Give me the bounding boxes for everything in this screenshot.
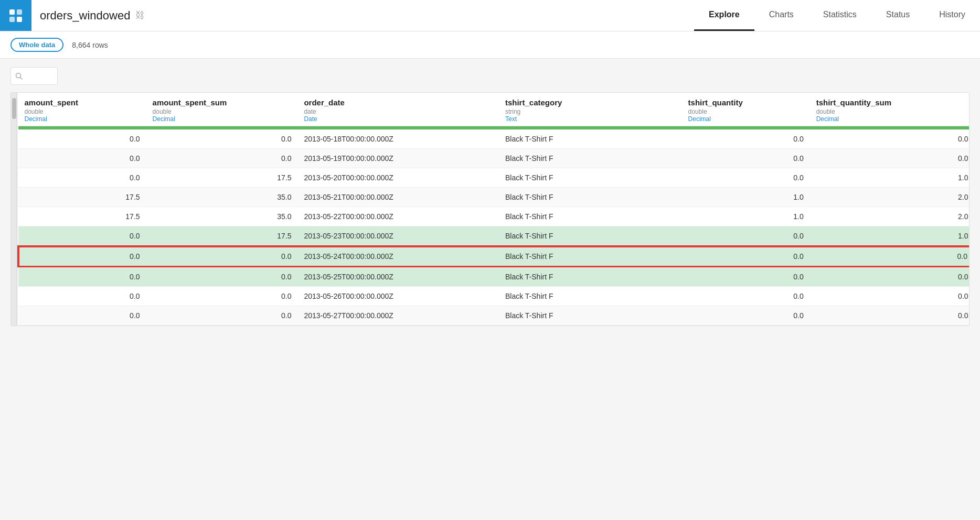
- table-cell: 0.0: [810, 287, 970, 306]
- table-cell: 0.0: [810, 267, 970, 287]
- table-cell: 2013-05-22T00:00:00.000Z: [297, 207, 499, 226]
- app-header: orders_windowed ⛓ Explore Charts Statist…: [0, 0, 980, 31]
- table-cell: Black T-Shirt F: [499, 168, 682, 188]
- table-cell: Black T-Shirt F: [499, 207, 682, 226]
- table-cell: 17.5: [18, 207, 146, 226]
- table-row[interactable]: 0.00.02013-05-19T00:00:00.000ZBlack T-Sh…: [18, 149, 970, 168]
- col-semantic-tshirt-quantity[interactable]: Decimal: [688, 115, 804, 123]
- table-cell: 0.0: [18, 306, 146, 326]
- col-name-tshirt-category: tshirt_category: [505, 98, 676, 107]
- table-cell: 2013-05-21T00:00:00.000Z: [297, 188, 499, 207]
- table-cell: 17.5: [146, 226, 298, 246]
- col-type-tshirt-quantity-sum: double: [816, 108, 968, 115]
- table-cell: Black T-Shirt F: [499, 246, 682, 267]
- app-logo: [0, 0, 31, 31]
- table-cell: 0.0: [810, 246, 970, 267]
- link-icon: ⛓: [135, 10, 145, 21]
- whole-data-button[interactable]: Whole data: [10, 38, 63, 52]
- table-row[interactable]: 17.535.02013-05-22T00:00:00.000ZBlack T-…: [18, 207, 970, 226]
- table-cell: 1.0: [682, 188, 810, 207]
- table-cell: 1.0: [682, 207, 810, 226]
- table-row[interactable]: 0.00.02013-05-25T00:00:00.000ZBlack T-Sh…: [18, 267, 970, 287]
- table-row[interactable]: 0.00.02013-05-24T00:00:00.000ZBlack T-Sh…: [18, 246, 970, 267]
- tab-statistics[interactable]: Statistics: [808, 0, 871, 31]
- table-cell: 0.0: [146, 287, 298, 306]
- table-cell: 17.5: [146, 168, 298, 188]
- table-cell: 0.0: [18, 168, 146, 188]
- table-cell: 0.0: [682, 246, 810, 267]
- table-row[interactable]: 0.017.52013-05-23T00:00:00.000ZBlack T-S…: [18, 226, 970, 246]
- table-row[interactable]: 0.00.02013-05-26T00:00:00.000ZBlack T-Sh…: [18, 287, 970, 306]
- table-cell: 0.0: [682, 287, 810, 306]
- col-name-tshirt-quantity: tshirt_quantity: [688, 98, 804, 107]
- col-type-tshirt-quantity: double: [688, 108, 804, 115]
- col-header-tshirt-quantity-sum: tshirt_quantity_sum double Decimal: [810, 93, 970, 126]
- table-cell: 2013-05-26T00:00:00.000Z: [297, 287, 499, 306]
- table-cell: 0.0: [810, 149, 970, 168]
- table-cell: 0.0: [810, 129, 970, 149]
- svg-rect-4: [17, 17, 22, 22]
- table-cell: 0.0: [18, 226, 146, 246]
- table-cell: 0.0: [18, 287, 146, 306]
- svg-rect-2: [17, 9, 22, 15]
- col-semantic-amount-spent[interactable]: Decimal: [25, 115, 140, 123]
- table-cell: 0.0: [18, 246, 146, 267]
- table-row[interactable]: 0.00.02013-05-27T00:00:00.000ZBlack T-Sh…: [18, 306, 970, 326]
- tab-explore[interactable]: Explore: [694, 0, 754, 31]
- table-cell: 0.0: [682, 149, 810, 168]
- scroll-thumb: [12, 98, 16, 119]
- row-count: 8,664 rows: [72, 41, 108, 49]
- table-cell: 0.0: [146, 246, 298, 267]
- table-cell: 0.0: [682, 267, 810, 287]
- table-row[interactable]: 0.00.02013-05-18T00:00:00.000ZBlack T-Sh…: [18, 129, 970, 149]
- svg-rect-0: [6, 6, 25, 25]
- col-type-tshirt-category: string: [505, 108, 676, 115]
- col-type-order-date: date: [304, 108, 493, 115]
- table-cell: 2013-05-25T00:00:00.000Z: [297, 267, 499, 287]
- header-nav: Explore Charts Statistics Status History: [694, 0, 980, 31]
- col-semantic-order-date[interactable]: Date: [304, 115, 493, 123]
- col-semantic-tshirt-quantity-sum[interactable]: Decimal: [816, 115, 968, 123]
- col-semantic-tshirt-category[interactable]: Text: [505, 115, 676, 123]
- table-row[interactable]: 0.017.52013-05-20T00:00:00.000ZBlack T-S…: [18, 168, 970, 188]
- table-cell: Black T-Shirt F: [499, 129, 682, 149]
- data-table: amount_spent double Decimal amount_spent…: [17, 93, 970, 326]
- table-cell: Black T-Shirt F: [499, 306, 682, 326]
- table-cell: 0.0: [682, 129, 810, 149]
- table-cell: 0.0: [18, 149, 146, 168]
- col-header-amount-spent: amount_spent double Decimal: [18, 93, 146, 126]
- table-header-row: amount_spent double Decimal amount_spent…: [18, 93, 970, 126]
- table-cell: 2013-05-27T00:00:00.000Z: [297, 306, 499, 326]
- table-cell: 17.5: [18, 188, 146, 207]
- tab-history[interactable]: History: [924, 0, 980, 31]
- table-cell: Black T-Shirt F: [499, 287, 682, 306]
- table-cell: 0.0: [682, 306, 810, 326]
- table-cell: 0.0: [146, 267, 298, 287]
- table-cell: 1.0: [810, 226, 970, 246]
- table-cell: 1.0: [810, 168, 970, 188]
- search-icon: [15, 72, 23, 80]
- col-semantic-amount-spent-sum[interactable]: Decimal: [153, 115, 292, 123]
- svg-rect-1: [9, 9, 15, 15]
- table-row[interactable]: 17.535.02013-05-21T00:00:00.000ZBlack T-…: [18, 188, 970, 207]
- table-cell: 35.0: [146, 207, 298, 226]
- table-cell: Black T-Shirt F: [499, 226, 682, 246]
- subheader: Whole data 8,664 rows: [0, 31, 980, 59]
- col-name-amount-spent-sum: amount_spent_sum: [153, 98, 292, 107]
- col-header-order-date: order_date date Date: [297, 93, 499, 126]
- search-input[interactable]: [26, 72, 57, 80]
- table-cell: Black T-Shirt F: [499, 188, 682, 207]
- table-cell: 0.0: [146, 306, 298, 326]
- search-bar[interactable]: [10, 67, 58, 85]
- table-cell: 0.0: [146, 129, 298, 149]
- svg-rect-3: [9, 17, 15, 22]
- table-cell: 0.0: [146, 149, 298, 168]
- table-cell: 2013-05-19T00:00:00.000Z: [297, 149, 499, 168]
- col-type-amount-spent: double: [25, 108, 140, 115]
- tab-status[interactable]: Status: [871, 0, 924, 31]
- tab-charts[interactable]: Charts: [754, 0, 808, 31]
- col-name-amount-spent: amount_spent: [25, 98, 140, 107]
- svg-line-6: [20, 78, 23, 80]
- col-name-tshirt-quantity-sum: tshirt_quantity_sum: [816, 98, 968, 107]
- header-title-area: orders_windowed ⛓: [31, 0, 694, 31]
